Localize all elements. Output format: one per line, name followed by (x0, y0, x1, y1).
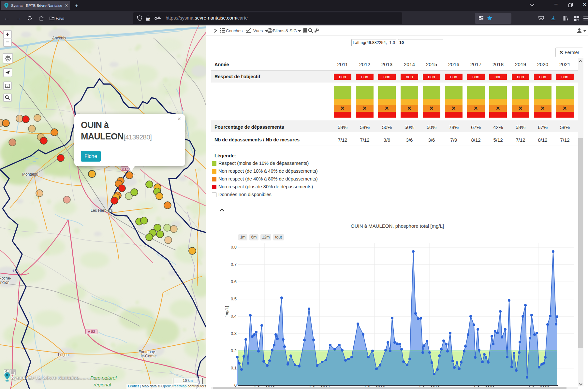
svg-text:0.2: 0.2 (231, 348, 237, 353)
svg-text:0.6: 0.6 (231, 279, 237, 284)
svg-text:0.8: 0.8 (231, 245, 237, 250)
svg-text:0.1: 0.1 (231, 366, 237, 370)
svg-text:0.3: 0.3 (231, 331, 237, 336)
svg-text:[mg/L]: [mg/L] (224, 306, 229, 318)
svg-text:0.7: 0.7 (231, 262, 237, 267)
svg-text:0.5: 0.5 (231, 296, 237, 301)
svg-text:0.4: 0.4 (231, 314, 237, 319)
